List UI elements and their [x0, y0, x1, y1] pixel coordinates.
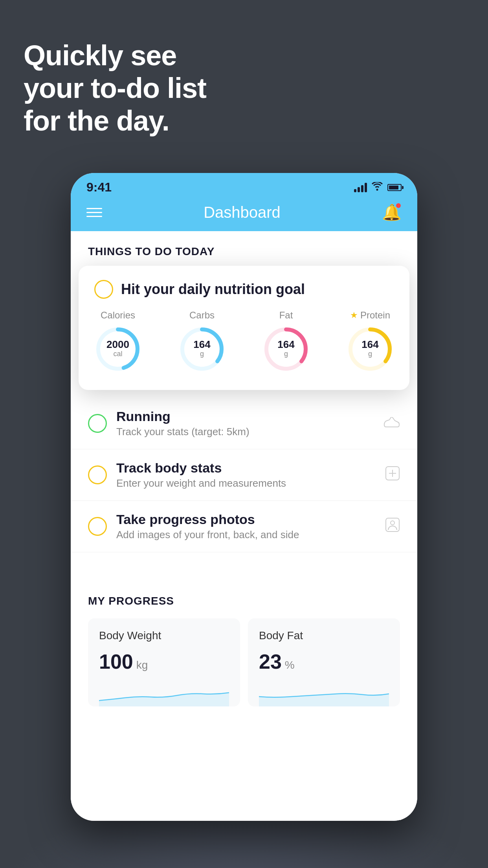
- body-fat-value-row: 23 %: [259, 650, 389, 673]
- nutrition-row: Calories 2000 cal Carbs: [94, 310, 394, 373]
- body-weight-card[interactable]: Body Weight 100 kg: [88, 618, 240, 706]
- svg-text:164: 164: [361, 338, 379, 350]
- nutrition-carbs: Carbs 164 g: [178, 310, 226, 373]
- photos-title: Take progress photos: [116, 512, 376, 527]
- nav-title: Dashboard: [204, 204, 281, 221]
- svg-text:g: g: [200, 350, 204, 358]
- nutrition-calories: Calories 2000 cal: [94, 310, 141, 373]
- fat-label: Fat: [279, 310, 293, 321]
- body-stats-checkbox[interactable]: [88, 465, 107, 484]
- svg-text:2000: 2000: [106, 338, 129, 350]
- phone-frame: 9:41 Dashboard 🔔: [71, 173, 417, 821]
- status-icons: [354, 182, 402, 193]
- person-icon: [385, 517, 400, 536]
- calories-label: Calories: [101, 310, 135, 321]
- body-fat-unit: %: [285, 659, 295, 671]
- things-section: THINGS TO DO TODAY: [71, 231, 417, 258]
- progress-section-title: MY PROGRESS: [88, 595, 400, 607]
- fat-donut: 164 g: [262, 326, 310, 373]
- status-time: 9:41: [86, 180, 112, 195]
- photos-subtitle: Add images of your front, back, and side: [116, 529, 376, 541]
- list-item-running[interactable]: Running Track your stats (target: 5km): [71, 398, 417, 449]
- running-title: Running: [116, 409, 374, 424]
- hamburger-menu[interactable]: [86, 208, 102, 217]
- body-fat-sparkline: [259, 683, 389, 706]
- protein-label-row: ★ Protein: [350, 310, 390, 321]
- svg-text:g: g: [368, 350, 372, 358]
- photos-checkbox[interactable]: [88, 517, 107, 536]
- photos-content: Take progress photos Add images of your …: [116, 512, 376, 541]
- svg-point-20: [391, 521, 394, 525]
- nutrition-card-title: Hit your daily nutrition goal: [121, 281, 305, 298]
- nav-bar: Dashboard 🔔: [71, 197, 417, 231]
- nutrition-card: Hit your daily nutrition goal Calories 2…: [79, 266, 409, 390]
- svg-text:cal: cal: [113, 350, 122, 358]
- body-fat-card-title: Body Fat: [259, 629, 389, 642]
- protein-label: Protein: [360, 310, 390, 321]
- carbs-donut: 164 g: [178, 326, 226, 373]
- list-item-photos[interactable]: Take progress photos Add images of your …: [71, 501, 417, 552]
- battery-icon: [387, 184, 402, 191]
- task-checkbox[interactable]: [94, 280, 113, 299]
- svg-text:164: 164: [193, 338, 211, 350]
- calories-donut: 2000 cal: [94, 326, 141, 373]
- body-stats-subtitle: Enter your weight and measurements: [116, 477, 376, 489]
- body-weight-sparkline: [99, 683, 229, 706]
- body-stats-title: Track body stats: [116, 460, 376, 476]
- hero-text: Quickly see your to-do list for the day.: [24, 39, 206, 137]
- things-section-title: THINGS TO DO TODAY: [88, 245, 400, 258]
- shoe-icon: [383, 415, 400, 432]
- star-icon: ★: [350, 310, 358, 320]
- body-fat-value: 23: [259, 650, 282, 673]
- body-stats-content: Track body stats Enter your weight and m…: [116, 460, 376, 489]
- body-weight-unit: kg: [136, 659, 148, 671]
- progress-cards: Body Weight 100 kg Body Fat: [88, 618, 400, 706]
- svg-text:164: 164: [277, 338, 295, 350]
- phone-content: THINGS TO DO TODAY Hit your daily nutrit…: [71, 231, 417, 821]
- signal-icon: [354, 183, 367, 192]
- body-weight-value-row: 100 kg: [99, 650, 229, 673]
- card-title-row: Hit your daily nutrition goal: [94, 280, 394, 299]
- bell-icon[interactable]: 🔔: [382, 203, 402, 222]
- scale-icon: [385, 466, 400, 484]
- body-fat-card[interactable]: Body Fat 23 %: [248, 618, 400, 706]
- notification-dot: [396, 203, 401, 208]
- running-content: Running Track your stats (target: 5km): [116, 409, 374, 438]
- status-bar: 9:41: [71, 173, 417, 197]
- progress-section: MY PROGRESS Body Weight 100 kg: [71, 576, 417, 706]
- protein-donut: 164 g: [347, 326, 394, 373]
- wifi-icon: [372, 182, 383, 193]
- running-subtitle: Track your stats (target: 5km): [116, 426, 374, 438]
- nutrition-protein: ★ Protein 164 g: [347, 310, 394, 373]
- carbs-label: Carbs: [189, 310, 215, 321]
- list-item-body-stats[interactable]: Track body stats Enter your weight and m…: [71, 449, 417, 501]
- body-weight-card-title: Body Weight: [99, 629, 229, 642]
- nutrition-fat: Fat 164 g: [262, 310, 310, 373]
- svg-text:g: g: [284, 350, 288, 358]
- running-checkbox[interactable]: [88, 414, 107, 433]
- body-weight-value: 100: [99, 650, 133, 673]
